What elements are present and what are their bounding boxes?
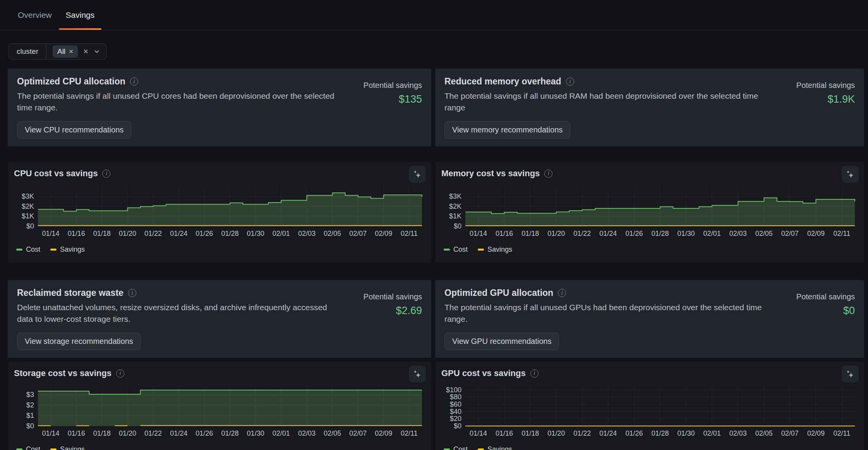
legend-item-savings[interactable]: Savings	[478, 246, 512, 254]
svg-text:02/09: 02/09	[807, 230, 825, 237]
legend-label: Cost	[453, 246, 468, 254]
legend-swatch	[50, 448, 57, 450]
legend-item-cost[interactable]: Cost	[444, 445, 468, 450]
filter-value-pill[interactable]: All ×	[53, 45, 78, 58]
svg-text:$3: $3	[26, 391, 34, 398]
info-icon[interactable]: i	[566, 77, 574, 86]
info-icon[interactable]: i	[530, 369, 539, 378]
card-optimized-cpu-allocation: Optimized CPU allocation i The potential…	[8, 69, 431, 146]
legend-swatch	[16, 249, 22, 251]
info-icon[interactable]: i	[116, 369, 124, 378]
svg-text:02/07: 02/07	[349, 429, 367, 437]
svg-text:01/26: 01/26	[196, 429, 213, 437]
tab-overview-label: Overview	[18, 10, 52, 20]
ai-sparkle-button[interactable]	[409, 366, 426, 383]
tab-overview[interactable]: Overview	[11, 0, 59, 30]
legend-label: Cost	[26, 246, 40, 254]
legend-item-savings[interactable]: Savings	[50, 445, 85, 450]
svg-text:01/24: 01/24	[599, 429, 617, 437]
chevron-down-icon[interactable]	[94, 48, 100, 55]
chart-legend: CostSavings	[444, 445, 858, 450]
svg-text:$60: $60	[450, 400, 461, 408]
svg-text:02/05: 02/05	[324, 429, 341, 437]
storage-chart[interactable]: $0$1$2$301/1401/1601/1801/2001/2201/2401…	[14, 385, 425, 439]
svg-text:01/28: 01/28	[221, 230, 238, 237]
svg-text:01/18: 01/18	[521, 429, 539, 437]
svg-text:01/18: 01/18	[93, 230, 111, 237]
filter-label: cluster	[9, 44, 46, 59]
cpu-chart[interactable]: $0$1K$2K$3K01/1401/1601/1801/2001/2201/2…	[14, 185, 425, 239]
svg-text:$100: $100	[446, 386, 461, 394]
info-icon[interactable]: i	[558, 289, 566, 297]
panel-title: CPU cost vs savings	[14, 168, 98, 179]
ai-sparkle-button[interactable]	[409, 166, 426, 183]
legend-item-cost[interactable]: Cost	[16, 445, 40, 450]
svg-text:02/03: 02/03	[729, 230, 747, 237]
card-title: Optimized GPU allocation	[444, 288, 553, 298]
remove-value-icon[interactable]: ×	[69, 47, 73, 56]
card-optimized-gpu-allocation: Optimized GPU allocation i The potential…	[435, 280, 864, 358]
gpu-chart[interactable]: $0$20$40$60$80$10001/1401/1601/1801/2001…	[441, 385, 858, 439]
info-icon[interactable]: i	[130, 77, 138, 86]
svg-text:01/14: 01/14	[470, 230, 487, 237]
svg-text:02/01: 02/01	[273, 429, 290, 437]
info-icon[interactable]: i	[102, 170, 110, 178]
sparkles-icon	[412, 369, 422, 379]
legend-item-cost[interactable]: Cost	[444, 246, 468, 254]
svg-text:02/03: 02/03	[298, 230, 316, 237]
potential-savings-label: Potential savings	[789, 292, 855, 301]
potential-savings-label: Potential savings	[789, 81, 855, 90]
svg-text:02/01: 02/01	[273, 230, 290, 237]
cluster-filter[interactable]: cluster All × ×	[9, 43, 106, 60]
legend-item-cost[interactable]: Cost	[16, 246, 40, 254]
memory-chart[interactable]: $0$1K$2K$3K01/1401/1601/1801/2001/2201/2…	[441, 185, 858, 239]
tab-savings[interactable]: Savings	[59, 0, 102, 30]
legend-swatch	[444, 448, 450, 450]
legend-item-savings[interactable]: Savings	[478, 445, 512, 450]
svg-text:01/22: 01/22	[573, 230, 591, 237]
panel-storage-cost-vs-savings: Storage cost vs savings i $0$1$2$301/140…	[8, 362, 431, 450]
svg-text:01/26: 01/26	[625, 230, 643, 237]
panel-title: Memory cost vs savings	[441, 168, 540, 179]
view-memory-recommendations-button[interactable]: View memory recommendations	[444, 121, 570, 139]
view-storage-recommendations-button[interactable]: View storage recommendations	[17, 333, 141, 350]
panel-gpu-cost-vs-savings: GPU cost vs savings i $0$20$40$60$80$100…	[435, 362, 864, 450]
clear-filter-icon[interactable]: ×	[83, 47, 88, 56]
potential-savings-value: $1.9K	[789, 93, 855, 105]
legend-label: Savings	[487, 445, 512, 450]
view-cpu-recommendations-button[interactable]: View CPU recommendations	[17, 121, 131, 139]
svg-text:01/20: 01/20	[119, 230, 136, 237]
filter-row: cluster All × ×	[9, 43, 868, 60]
potential-savings-value: $135	[356, 93, 422, 105]
ai-sparkle-button[interactable]	[842, 366, 859, 383]
svg-text:01/26: 01/26	[196, 230, 213, 237]
svg-text:$20: $20	[450, 415, 461, 423]
svg-text:02/05: 02/05	[755, 230, 773, 237]
svg-text:01/18: 01/18	[521, 230, 539, 237]
svg-text:02/07: 02/07	[781, 429, 799, 437]
svg-text:01/14: 01/14	[470, 429, 487, 437]
svg-text:$1K: $1K	[22, 212, 34, 220]
svg-text:$0: $0	[26, 222, 34, 230]
svg-text:02/03: 02/03	[298, 429, 316, 437]
view-gpu-recommendations-button[interactable]: View GPU recommendations	[444, 333, 559, 350]
svg-text:01/20: 01/20	[547, 429, 565, 437]
panel-cpu-cost-vs-savings: CPU cost vs savings i $0$1K$2K$3K01/1401…	[8, 162, 431, 263]
chart-legend: CostSavings	[16, 445, 425, 450]
svg-text:01/24: 01/24	[170, 230, 187, 237]
svg-text:01/20: 01/20	[547, 230, 565, 237]
svg-text:01/24: 01/24	[599, 230, 617, 237]
chart-legend: CostSavings	[16, 246, 425, 254]
svg-text:$2: $2	[26, 401, 34, 409]
ai-sparkle-button[interactable]	[842, 166, 859, 183]
card-description: The potential savings if all unused GPUs…	[444, 302, 777, 325]
info-icon[interactable]: i	[544, 170, 552, 178]
info-icon[interactable]: i	[128, 289, 136, 297]
svg-text:02/11: 02/11	[834, 230, 851, 237]
svg-text:02/07: 02/07	[349, 230, 367, 237]
panel-title: Storage cost vs savings	[14, 368, 112, 378]
legend-item-savings[interactable]: Savings	[50, 246, 85, 254]
card-description: Delete unattached volumes, resize oversi…	[17, 302, 345, 325]
svg-text:02/05: 02/05	[324, 230, 341, 237]
sparkles-icon	[845, 169, 855, 179]
